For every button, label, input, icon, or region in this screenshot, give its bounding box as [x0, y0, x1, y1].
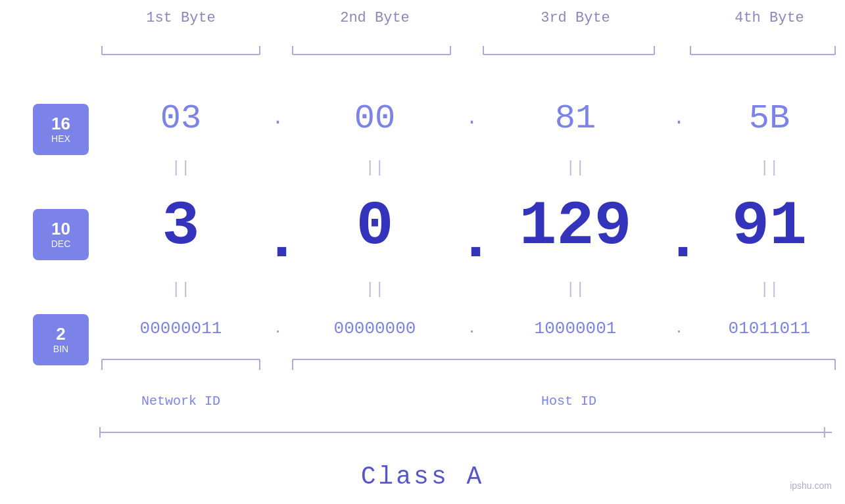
hex-value-1: 03 [99, 99, 263, 138]
eq-1-2: || [293, 159, 457, 177]
host-id-label: Host ID [541, 394, 596, 409]
dec-badge-number: 10 [51, 220, 70, 237]
hex-value-4: 5B [694, 99, 845, 138]
dec-value-4: 91 [694, 191, 845, 262]
bin-value-3: 10000001 [487, 319, 664, 338]
bin-badge: 2 BIN [33, 314, 89, 365]
hex-value-2: 00 [293, 99, 457, 138]
eq-row-2: || || || || [99, 279, 845, 299]
hex-row: 03 . 00 . 81 . 5B [99, 92, 845, 145]
hex-dot-2: . [457, 107, 487, 129]
hex-value-3: 81 [487, 99, 664, 138]
dec-dot-2: . [457, 183, 487, 271]
id-labels-row: Network ID Host ID [99, 388, 845, 414]
byte4-header: 4th Byte [694, 10, 845, 36]
byte-headers-row: 1st Byte 2nd Byte 3rd Byte 4th Byte [99, 10, 845, 36]
bin-dot-3: . [664, 321, 694, 336]
bin-dot-2: . [457, 321, 487, 336]
byte2-header: 2nd Byte [293, 10, 457, 36]
bin-dot-1: . [263, 321, 293, 336]
bin-value-4: 01011011 [694, 319, 845, 338]
class-label-text: Class A [361, 463, 485, 491]
eq-2-2: || [293, 281, 457, 298]
watermark: ipshu.com [790, 480, 832, 492]
eq-1-1: || [99, 159, 263, 177]
hex-badge-number: 16 [51, 115, 70, 132]
eq-2-1: || [99, 281, 263, 298]
dec-badge: 10 DEC [33, 209, 89, 260]
bin-badge-number: 2 [56, 325, 65, 342]
byte1-header: 1st Byte [99, 10, 263, 36]
bin-badge-label: BIN [53, 344, 68, 354]
dec-value-1: 3 [99, 191, 263, 262]
eq-row-1: || || || || [99, 158, 845, 177]
byte3-header: 3rd Byte [487, 10, 664, 36]
class-label: Class A [361, 463, 485, 491]
bottom-brackets-row [99, 358, 845, 371]
class-bracket-svg [99, 426, 832, 439]
eq-2-3: || [487, 281, 664, 298]
bottom-bracket-svg [99, 358, 845, 371]
dec-value-2: 0 [293, 191, 457, 262]
network-id-label: Network ID [99, 394, 263, 409]
dec-dot-1: . [263, 183, 293, 271]
top-brackets-row [99, 43, 845, 56]
class-bracket [99, 426, 832, 439]
eq-1-3: || [487, 159, 664, 177]
main-layout: 16 HEX 10 DEC 2 BIN 1st Byte 2nd Byte 3r… [0, 0, 845, 504]
dec-dot-3: . [664, 183, 694, 271]
bin-value-2: 00000000 [293, 319, 457, 338]
watermark-text: ipshu.com [790, 480, 832, 491]
dec-row: 3 . 0 . 129 . 91 [99, 187, 845, 266]
eq-1-4: || [694, 159, 845, 177]
hex-dot-1: . [263, 107, 293, 129]
bin-value-1: 00000011 [99, 319, 263, 338]
hex-badge: 16 HEX [33, 104, 89, 155]
top-bracket-svg [99, 43, 845, 56]
dec-value-3: 129 [487, 191, 664, 262]
hex-badge-label: HEX [51, 133, 70, 144]
dec-badge-label: DEC [51, 239, 71, 249]
hex-dot-3: . [664, 107, 694, 129]
bin-row: 00000011 . 00000000 . 10000001 . 0101101… [99, 309, 845, 348]
eq-2-4: || [694, 281, 845, 298]
